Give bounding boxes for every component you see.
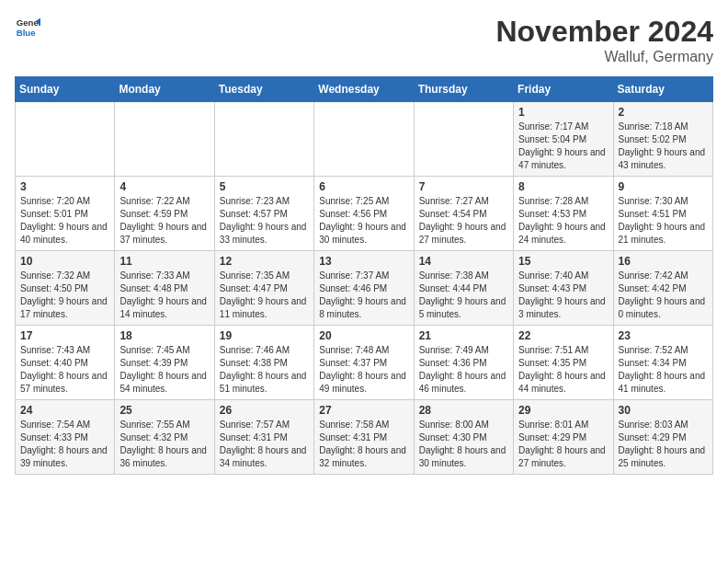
weekday-header-wednesday: Wednesday (314, 77, 414, 102)
day-info: Sunrise: 7:52 AMSunset: 4:34 PMDaylight:… (619, 344, 708, 396)
calendar-week-row: 17Sunrise: 7:43 AMSunset: 4:40 PMDayligh… (16, 326, 713, 400)
calendar-week-row: 10Sunrise: 7:32 AMSunset: 4:50 PMDayligh… (16, 251, 713, 326)
day-info: Sunrise: 7:28 AMSunset: 4:53 PMDaylight:… (518, 195, 608, 247)
day-info: Sunrise: 8:03 AMSunset: 4:29 PMDaylight:… (619, 419, 708, 470)
calendar-table: SundayMondayTuesdayWednesdayThursdayFrid… (15, 76, 713, 475)
day-info: Sunrise: 7:51 AMSunset: 4:35 PMDaylight:… (518, 344, 608, 396)
location-subtitle: Walluf, Germany (495, 49, 713, 65)
logo-icon: General Blue (15, 15, 40, 40)
day-number: 26 (220, 404, 309, 417)
day-info: Sunrise: 7:23 AMSunset: 4:57 PMDaylight:… (220, 195, 309, 247)
calendar-day-cell: 2Sunrise: 7:18 AMSunset: 5:02 PMDaylight… (613, 102, 712, 177)
day-info: Sunrise: 7:18 AMSunset: 5:02 PMDaylight:… (619, 121, 708, 172)
day-number: 2 (619, 106, 708, 119)
day-number: 8 (518, 180, 608, 193)
weekday-header-monday: Monday (115, 77, 214, 102)
day-number: 6 (319, 180, 408, 193)
calendar-day-cell: 17Sunrise: 7:43 AMSunset: 4:40 PMDayligh… (16, 326, 115, 400)
weekday-header-saturday: Saturday (613, 77, 712, 102)
day-number: 11 (119, 255, 209, 268)
calendar-day-cell: 26Sunrise: 7:57 AMSunset: 4:31 PMDayligh… (214, 400, 313, 475)
day-number: 19 (220, 329, 309, 342)
day-info: Sunrise: 7:55 AMSunset: 4:32 PMDaylight:… (119, 419, 209, 470)
calendar-day-cell: 5Sunrise: 7:23 AMSunset: 4:57 PMDaylight… (214, 177, 313, 251)
weekday-header-sunday: Sunday (16, 77, 115, 102)
calendar-day-cell: 15Sunrise: 7:40 AMSunset: 4:43 PMDayligh… (514, 251, 613, 326)
calendar-day-cell: 13Sunrise: 7:37 AMSunset: 4:46 PMDayligh… (314, 251, 414, 326)
calendar-day-cell: 8Sunrise: 7:28 AMSunset: 4:53 PMDaylight… (514, 177, 613, 251)
title-block: November 2024 Walluf, Germany (495, 15, 713, 65)
day-number: 12 (220, 255, 309, 268)
day-info: Sunrise: 7:43 AMSunset: 4:40 PMDaylight:… (20, 344, 109, 396)
calendar-day-cell: 12Sunrise: 7:35 AMSunset: 4:47 PMDayligh… (214, 251, 313, 326)
day-number: 4 (119, 180, 209, 193)
calendar-day-cell: 1Sunrise: 7:17 AMSunset: 5:04 PMDaylight… (514, 102, 613, 177)
day-number: 29 (518, 404, 608, 417)
calendar-day-cell: 19Sunrise: 7:46 AMSunset: 4:38 PMDayligh… (214, 326, 313, 400)
day-number: 9 (619, 180, 708, 193)
calendar-day-cell: 11Sunrise: 7:33 AMSunset: 4:48 PMDayligh… (115, 251, 214, 326)
calendar-day-cell: 25Sunrise: 7:55 AMSunset: 4:32 PMDayligh… (115, 400, 214, 475)
weekday-header-row: SundayMondayTuesdayWednesdayThursdayFrid… (16, 77, 713, 102)
page-title: November 2024 (495, 15, 713, 49)
calendar-day-cell: 16Sunrise: 7:42 AMSunset: 4:42 PMDayligh… (613, 251, 712, 326)
calendar-day-cell: 24Sunrise: 7:54 AMSunset: 4:33 PMDayligh… (16, 400, 115, 475)
day-number: 14 (419, 255, 508, 268)
empty-cell (214, 102, 313, 177)
calendar-day-cell: 22Sunrise: 7:51 AMSunset: 4:35 PMDayligh… (514, 326, 613, 400)
calendar-day-cell: 10Sunrise: 7:32 AMSunset: 4:50 PMDayligh… (16, 251, 115, 326)
day-info: Sunrise: 7:17 AMSunset: 5:04 PMDaylight:… (518, 121, 608, 172)
day-info: Sunrise: 7:30 AMSunset: 4:51 PMDaylight:… (619, 195, 708, 247)
calendar-day-cell: 21Sunrise: 7:49 AMSunset: 4:36 PMDayligh… (414, 326, 513, 400)
weekday-header-tuesday: Tuesday (214, 77, 313, 102)
day-info: Sunrise: 7:32 AMSunset: 4:50 PMDaylight:… (20, 270, 109, 321)
calendar-week-row: 3Sunrise: 7:20 AMSunset: 5:01 PMDaylight… (16, 177, 713, 251)
day-info: Sunrise: 7:57 AMSunset: 4:31 PMDaylight:… (220, 419, 309, 470)
calendar-day-cell: 18Sunrise: 7:45 AMSunset: 4:39 PMDayligh… (115, 326, 214, 400)
day-number: 3 (20, 180, 109, 193)
page-header: General Blue November 2024 Walluf, Germa… (15, 15, 713, 65)
empty-cell (115, 102, 214, 177)
calendar-week-row: 1Sunrise: 7:17 AMSunset: 5:04 PMDaylight… (16, 102, 713, 177)
day-info: Sunrise: 8:00 AMSunset: 4:30 PMDaylight:… (419, 419, 508, 470)
day-info: Sunrise: 7:54 AMSunset: 4:33 PMDaylight:… (20, 419, 109, 470)
calendar-day-cell: 23Sunrise: 7:52 AMSunset: 4:34 PMDayligh… (613, 326, 712, 400)
svg-text:Blue: Blue (17, 28, 36, 38)
day-number: 15 (518, 255, 608, 268)
calendar-day-cell: 3Sunrise: 7:20 AMSunset: 5:01 PMDaylight… (16, 177, 115, 251)
day-number: 7 (419, 180, 508, 193)
day-number: 30 (619, 404, 708, 417)
day-number: 28 (419, 404, 508, 417)
day-number: 25 (119, 404, 209, 417)
day-info: Sunrise: 7:48 AMSunset: 4:37 PMDaylight:… (319, 344, 408, 396)
calendar-day-cell: 27Sunrise: 7:58 AMSunset: 4:31 PMDayligh… (314, 400, 414, 475)
empty-cell (16, 102, 115, 177)
calendar-day-cell: 6Sunrise: 7:25 AMSunset: 4:56 PMDaylight… (314, 177, 414, 251)
calendar-day-cell: 30Sunrise: 8:03 AMSunset: 4:29 PMDayligh… (613, 400, 712, 475)
day-number: 22 (518, 329, 608, 342)
day-number: 13 (319, 255, 408, 268)
day-number: 17 (20, 329, 109, 342)
logo: General Blue (15, 15, 40, 40)
day-number: 21 (419, 329, 508, 342)
day-info: Sunrise: 7:33 AMSunset: 4:48 PMDaylight:… (119, 270, 209, 321)
day-number: 23 (619, 329, 708, 342)
day-info: Sunrise: 8:01 AMSunset: 4:29 PMDaylight:… (518, 419, 608, 470)
day-number: 16 (619, 255, 708, 268)
empty-cell (414, 102, 513, 177)
weekday-header-friday: Friday (514, 77, 613, 102)
calendar-day-cell: 4Sunrise: 7:22 AMSunset: 4:59 PMDaylight… (115, 177, 214, 251)
weekday-header-thursday: Thursday (414, 77, 513, 102)
day-number: 18 (119, 329, 209, 342)
day-number: 1 (518, 106, 608, 119)
day-info: Sunrise: 7:42 AMSunset: 4:42 PMDaylight:… (619, 270, 708, 321)
calendar-day-cell: 28Sunrise: 8:00 AMSunset: 4:30 PMDayligh… (414, 400, 513, 475)
calendar-day-cell: 29Sunrise: 8:01 AMSunset: 4:29 PMDayligh… (514, 400, 613, 475)
day-info: Sunrise: 7:46 AMSunset: 4:38 PMDaylight:… (220, 344, 309, 396)
day-info: Sunrise: 7:58 AMSunset: 4:31 PMDaylight:… (319, 419, 408, 470)
empty-cell (314, 102, 414, 177)
day-info: Sunrise: 7:37 AMSunset: 4:46 PMDaylight:… (319, 270, 408, 321)
calendar-day-cell: 7Sunrise: 7:27 AMSunset: 4:54 PMDaylight… (414, 177, 513, 251)
day-info: Sunrise: 7:40 AMSunset: 4:43 PMDaylight:… (518, 270, 608, 321)
day-number: 27 (319, 404, 408, 417)
